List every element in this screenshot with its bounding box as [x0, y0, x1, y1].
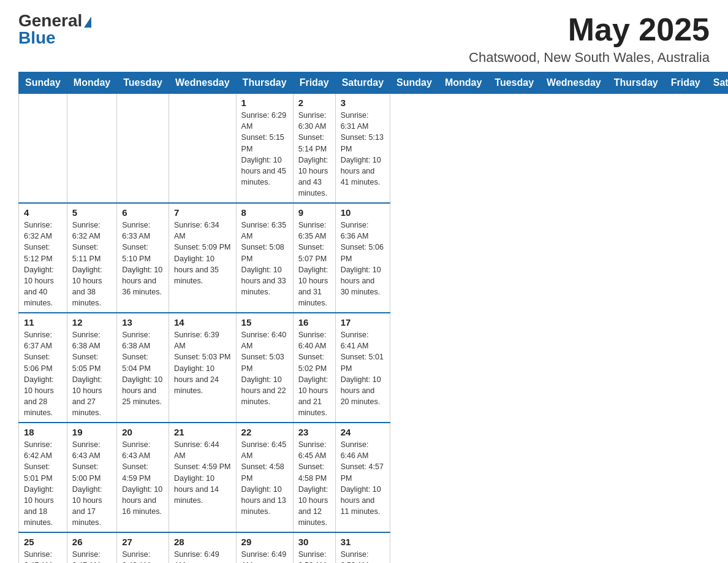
day-info: Sunrise: 6:37 AM Sunset: 5:06 PM Dayligh…: [24, 329, 62, 418]
day-number: 2: [298, 98, 330, 108]
col-header-monday: Monday: [438, 72, 488, 94]
day-info: Sunrise: 6:50 AM Sunset: 4:55 PM Dayligh…: [298, 549, 330, 563]
col-header-tuesday: Tuesday: [488, 72, 540, 94]
calendar-cell: 19Sunrise: 6:43 AM Sunset: 5:00 PM Dayli…: [67, 423, 116, 532]
day-number: 18: [24, 427, 62, 437]
day-number: 3: [341, 98, 385, 108]
day-info: Sunrise: 6:43 AM Sunset: 4:59 PM Dayligh…: [122, 439, 164, 517]
week-row-3: 11Sunrise: 6:37 AM Sunset: 5:06 PM Dayli…: [19, 313, 729, 423]
col-header-sunday: Sunday: [390, 72, 439, 94]
week-row-5: 25Sunrise: 6:47 AM Sunset: 4:57 PM Dayli…: [19, 532, 729, 563]
day-info: Sunrise: 6:41 AM Sunset: 5:01 PM Dayligh…: [341, 329, 385, 407]
day-number: 17: [341, 317, 385, 327]
day-info: Sunrise: 6:49 AM Sunset: 4:55 PM Dayligh…: [241, 549, 288, 563]
calendar-cell: 9Sunrise: 6:35 AM Sunset: 5:07 PM Daylig…: [293, 203, 335, 313]
logo-blue-text: Blue: [18, 28, 56, 47]
day-info: Sunrise: 6:36 AM Sunset: 5:06 PM Dayligh…: [341, 220, 385, 297]
logo-general-text: General: [18, 11, 82, 30]
calendar-header-row: SundayMondayTuesdayWednesdayThursdayFrid…: [19, 72, 729, 94]
location-subtitle: Chatswood, New South Wales, Australia: [469, 50, 710, 66]
day-info: Sunrise: 6:45 AM Sunset: 4:58 PM Dayligh…: [298, 439, 330, 528]
calendar-cell: 27Sunrise: 6:48 AM Sunset: 4:56 PM Dayli…: [117, 532, 169, 563]
calendar-cell: 17Sunrise: 6:41 AM Sunset: 5:01 PM Dayli…: [335, 313, 390, 423]
calendar-cell: [169, 94, 236, 204]
calendar-table: SundayMondayTuesdayWednesdayThursdayFrid…: [18, 72, 728, 563]
day-info: Sunrise: 6:38 AM Sunset: 5:05 PM Dayligh…: [72, 329, 112, 418]
day-number: 8: [241, 207, 288, 218]
col-header-thursday: Thursday: [236, 72, 293, 94]
day-number: 14: [174, 317, 231, 327]
day-number: 29: [241, 537, 288, 547]
day-number: 12: [72, 317, 112, 327]
col-header-saturday: Saturday: [707, 72, 728, 94]
day-number: 5: [72, 207, 112, 218]
calendar-cell: 28Sunrise: 6:49 AM Sunset: 4:55 PM Dayli…: [169, 532, 236, 563]
day-number: 25: [24, 537, 62, 547]
day-info: Sunrise: 6:30 AM Sunset: 5:14 PM Dayligh…: [298, 110, 330, 199]
day-info: Sunrise: 6:39 AM Sunset: 5:03 PM Dayligh…: [174, 329, 231, 396]
day-info: Sunrise: 6:29 AM Sunset: 5:15 PM Dayligh…: [241, 110, 288, 188]
page-header: General Blue May 2025 Chatswood, New Sou…: [18, 12, 710, 66]
logo-blue-row: Blue: [18, 29, 56, 47]
calendar-cell: 12Sunrise: 6:38 AM Sunset: 5:05 PM Dayli…: [67, 313, 116, 423]
calendar-cell: 4Sunrise: 6:32 AM Sunset: 5:12 PM Daylig…: [19, 203, 67, 313]
day-number: 21: [174, 427, 231, 437]
col-header-friday: Friday: [664, 72, 707, 94]
day-info: Sunrise: 6:44 AM Sunset: 4:59 PM Dayligh…: [174, 439, 231, 506]
calendar-cell: 29Sunrise: 6:49 AM Sunset: 4:55 PM Dayli…: [236, 532, 293, 563]
calendar-cell: 3Sunrise: 6:31 AM Sunset: 5:13 PM Daylig…: [335, 94, 390, 204]
calendar-cell: 2Sunrise: 6:30 AM Sunset: 5:14 PM Daylig…: [293, 94, 335, 204]
day-number: 19: [72, 427, 112, 437]
day-number: 28: [174, 537, 231, 547]
week-row-2: 4Sunrise: 6:32 AM Sunset: 5:12 PM Daylig…: [19, 203, 729, 313]
day-number: 9: [298, 207, 330, 218]
day-number: 31: [341, 537, 385, 547]
day-number: 26: [72, 537, 112, 547]
day-info: Sunrise: 6:47 AM Sunset: 4:57 PM Dayligh…: [24, 549, 62, 563]
calendar-cell: 15Sunrise: 6:40 AM Sunset: 5:03 PM Dayli…: [236, 313, 293, 423]
calendar-cell: 13Sunrise: 6:38 AM Sunset: 5:04 PM Dayli…: [117, 313, 169, 423]
day-info: Sunrise: 6:31 AM Sunset: 5:13 PM Dayligh…: [341, 110, 385, 188]
day-number: 11: [24, 317, 62, 327]
col-header-tuesday: Tuesday: [117, 72, 169, 94]
calendar-cell: 22Sunrise: 6:45 AM Sunset: 4:58 PM Dayli…: [236, 423, 293, 532]
day-number: 24: [341, 427, 385, 437]
col-header-thursday: Thursday: [607, 72, 664, 94]
day-number: 15: [241, 317, 288, 327]
calendar-cell: 5Sunrise: 6:32 AM Sunset: 5:11 PM Daylig…: [67, 203, 116, 313]
col-header-friday: Friday: [293, 72, 335, 94]
calendar-cell: 7Sunrise: 6:34 AM Sunset: 5:09 PM Daylig…: [169, 203, 236, 313]
day-info: Sunrise: 6:32 AM Sunset: 5:12 PM Dayligh…: [24, 220, 62, 308]
day-info: Sunrise: 6:50 AM Sunset: 4:54 PM Dayligh…: [341, 549, 385, 563]
calendar-cell: [19, 94, 67, 204]
col-header-wednesday: Wednesday: [169, 72, 236, 94]
calendar-cell: [67, 94, 116, 204]
logo-general-row: General: [18, 12, 91, 29]
col-header-wednesday: Wednesday: [540, 72, 608, 94]
day-info: Sunrise: 6:33 AM Sunset: 5:10 PM Dayligh…: [122, 220, 164, 297]
day-info: Sunrise: 6:40 AM Sunset: 5:03 PM Dayligh…: [241, 329, 288, 407]
calendar-cell: 25Sunrise: 6:47 AM Sunset: 4:57 PM Dayli…: [19, 532, 67, 563]
day-info: Sunrise: 6:49 AM Sunset: 4:55 PM Dayligh…: [174, 549, 231, 563]
day-number: 27: [122, 537, 164, 547]
week-row-1: 1Sunrise: 6:29 AM Sunset: 5:15 PM Daylig…: [19, 94, 729, 204]
day-number: 22: [241, 427, 288, 437]
calendar-cell: 8Sunrise: 6:35 AM Sunset: 5:08 PM Daylig…: [236, 203, 293, 313]
day-number: 16: [298, 317, 330, 327]
day-number: 6: [122, 207, 164, 218]
month-year-title: May 2025: [469, 12, 710, 47]
day-number: 23: [298, 427, 330, 437]
week-row-4: 18Sunrise: 6:42 AM Sunset: 5:01 PM Dayli…: [19, 423, 729, 532]
day-number: 1: [241, 98, 288, 108]
logo: General Blue: [18, 12, 91, 47]
day-info: Sunrise: 6:34 AM Sunset: 5:09 PM Dayligh…: [174, 220, 231, 286]
day-info: Sunrise: 6:35 AM Sunset: 5:08 PM Dayligh…: [241, 220, 288, 297]
day-info: Sunrise: 6:32 AM Sunset: 5:11 PM Dayligh…: [72, 220, 112, 308]
logo-triangle-icon: [84, 17, 91, 28]
title-block: May 2025 Chatswood, New South Wales, Aus…: [469, 12, 710, 66]
day-info: Sunrise: 6:38 AM Sunset: 5:04 PM Dayligh…: [122, 329, 164, 407]
day-info: Sunrise: 6:47 AM Sunset: 4:56 PM Dayligh…: [72, 549, 112, 563]
day-number: 30: [298, 537, 330, 547]
calendar-cell: [117, 94, 169, 204]
day-info: Sunrise: 6:45 AM Sunset: 4:58 PM Dayligh…: [241, 439, 288, 517]
